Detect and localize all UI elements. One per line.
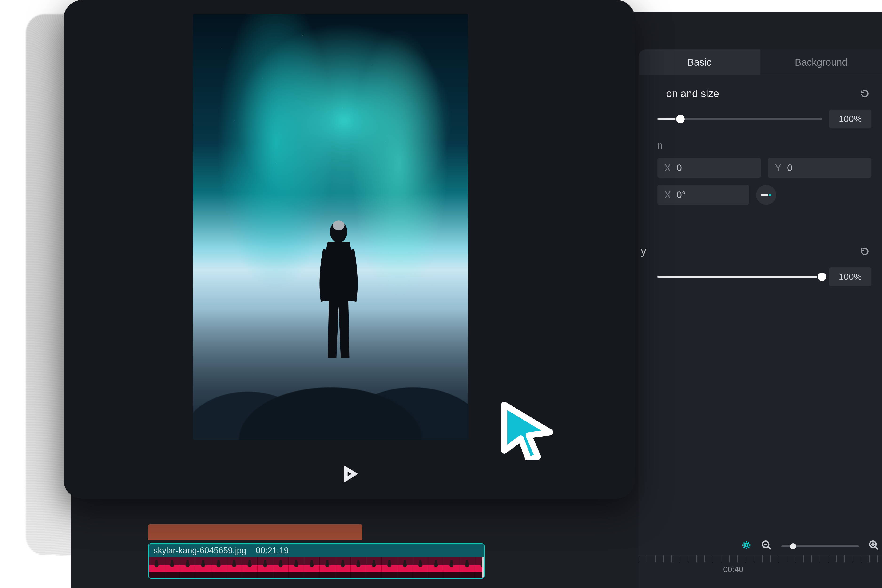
reset-icon xyxy=(860,89,870,98)
section-position-size-title: PositiPosition and sizeon and size xyxy=(641,88,719,99)
preview-viewport[interactable] xyxy=(193,14,468,440)
timeline-track-spacer xyxy=(148,525,362,540)
position-y-field[interactable]: Y 0 xyxy=(768,158,872,178)
zoom-bar xyxy=(639,540,882,553)
zoom-out-button[interactable] xyxy=(761,540,772,553)
position-x-field[interactable]: X 0 xyxy=(657,158,761,178)
svg-rect-0 xyxy=(745,544,748,547)
inspector-tabs: Basic Background xyxy=(639,50,882,75)
tab-background[interactable]: Background xyxy=(760,50,882,75)
dot-icon xyxy=(769,194,771,196)
scale-slider[interactable] xyxy=(657,118,822,120)
inspector-panel: Basic Background PositiPosition and size… xyxy=(639,50,882,588)
scale-value[interactable]: 100% xyxy=(829,110,872,128)
axis-x-label: X xyxy=(664,162,671,173)
timeline-clip-header: skylar-kang-6045659.jpg 00:21:19 xyxy=(149,544,484,557)
svg-point-9 xyxy=(333,220,345,230)
svg-line-2 xyxy=(768,547,771,549)
tab-basic[interactable]: Basic xyxy=(639,50,760,75)
rotation-x-field[interactable]: X 0° xyxy=(657,185,749,205)
clip-duration: 00:21:19 xyxy=(256,546,289,555)
position-row-label: n xyxy=(657,140,872,151)
timeline-settings-icon[interactable] xyxy=(741,540,752,553)
opacity-slider[interactable] xyxy=(657,276,822,278)
svg-line-5 xyxy=(875,547,878,549)
position-x-value: 0 xyxy=(676,162,682,173)
reset-opacity-button[interactable] xyxy=(858,245,872,258)
rotation-axis-label: X xyxy=(664,190,671,200)
timeline-clip[interactable]: skylar-kang-6045659.jpg 00:21:19 xyxy=(148,543,484,579)
zoom-in-button[interactable] xyxy=(868,540,879,553)
ruler-time-label: 00:40 xyxy=(723,565,743,574)
opacity-value[interactable]: 100% xyxy=(829,267,872,286)
rotation-toggle-button[interactable] xyxy=(756,185,776,205)
clip-thumbnail-strip xyxy=(149,557,484,578)
play-button[interactable] xyxy=(341,466,357,482)
axis-y-label: Y xyxy=(775,162,782,173)
zoom-slider[interactable] xyxy=(782,545,859,547)
reset-position-size-button[interactable] xyxy=(858,87,872,100)
timeline-ruler[interactable]: 00:40 xyxy=(639,555,882,588)
play-icon xyxy=(341,466,357,482)
preview-card xyxy=(63,0,635,499)
clip-filename: skylar-kang-6045659.jpg xyxy=(154,546,246,555)
preview-image xyxy=(193,14,468,440)
reset-icon xyxy=(860,247,870,256)
rotation-x-value: 0° xyxy=(676,190,686,200)
position-y-value: 0 xyxy=(787,162,792,173)
clip-trim-handle[interactable] xyxy=(482,557,484,578)
dash-icon xyxy=(761,194,768,196)
person-silhouette xyxy=(312,218,366,363)
cursor-overlay-icon xyxy=(495,399,556,460)
section-opacity-label: y xyxy=(641,246,646,257)
